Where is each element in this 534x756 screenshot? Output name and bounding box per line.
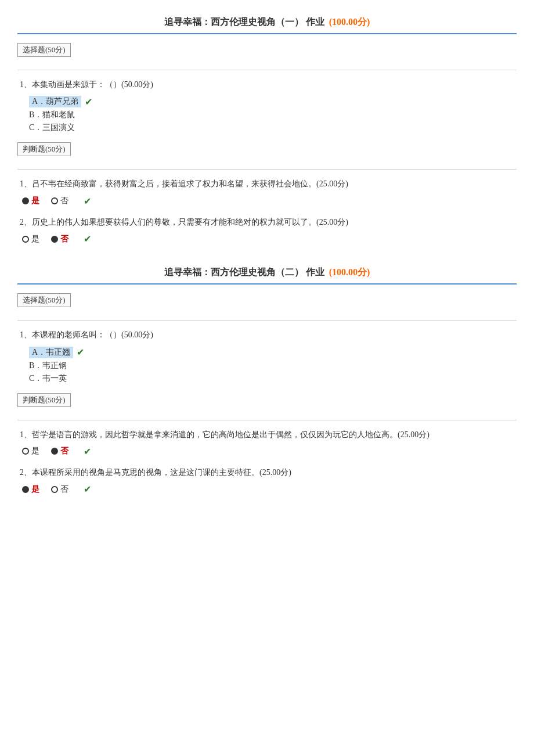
section-header: 判断题(50分) — [17, 142, 71, 156]
answer-text: 是 — [31, 485, 39, 494]
options-list: A．韦正翘✔B．韦正钢C．韦一英 — [20, 347, 517, 384]
question-text: 1、哲学是语言的游戏，因此哲学就是拿来消遣的，它的高尚地位是出于偶然，仅仅因为玩… — [20, 429, 517, 441]
question-text: 1、本课程的老师名叫：（）(50.00分) — [20, 329, 517, 341]
option-item: B．韦正钢 — [29, 361, 517, 371]
assignment-title: 追寻幸福：西方伦理史视角（二） 作业 (100.00分) — [17, 262, 517, 285]
assignment-block: 追寻幸福：西方伦理史视角（二） 作业 (100.00分)选择题(50分)1、本课… — [17, 262, 517, 495]
question-block: 1、本集动画是来源于：（）(50.00分)A．葫芦兄弟✔B．猫和老鼠C．三国演义 — [17, 78, 517, 133]
correct-checkmark-icon: ✔ — [84, 196, 91, 207]
section-header: 判断题(50分) — [17, 393, 71, 407]
correct-option-label: A．葫芦兄弟 — [29, 96, 81, 107]
option-item: B．猫和老鼠 — [29, 110, 517, 120]
radio-filled-icon — [51, 448, 58, 455]
correct-checkmark-icon: ✔ — [85, 96, 92, 107]
assignment-block: 追寻幸福：西方伦理史视角（一） 作业 (100.00分)选择题(50分)1、本集… — [17, 12, 517, 244]
no-label: 否 — [60, 446, 68, 456]
option-item: C．韦一英 — [29, 373, 517, 384]
yes-option: 是 — [22, 234, 39, 244]
assignment-title: 追寻幸福：西方伦理史视角（一） 作业 (100.00分) — [17, 12, 517, 34]
correct-checkmark-icon: ✔ — [84, 446, 91, 457]
question-block: 2、本课程所采用的视角是马克思的视角，这是这门课的主要特征。(25.00分)是否… — [17, 466, 517, 495]
radio-filled-icon — [22, 197, 29, 204]
section-divider — [17, 169, 517, 170]
section-divider — [17, 320, 517, 321]
correct-checkmark-icon: ✔ — [84, 484, 91, 495]
option-label: B．猫和老鼠 — [29, 110, 75, 120]
correct-option-label: A．韦正翘 — [29, 347, 73, 358]
question-block: 1、哲学是语言的游戏，因此哲学就是拿来消遣的，它的高尚地位是出于偶然，仅仅因为玩… — [17, 429, 517, 457]
no-label: 否 — [60, 234, 68, 244]
true-false-options: 是否✔ — [20, 233, 517, 244]
question-block: 1、本课程的老师名叫：（）(50.00分)A．韦正翘✔B．韦正钢C．韦一英 — [17, 329, 517, 383]
section-divider — [17, 420, 517, 420]
radio-empty-icon — [51, 486, 58, 493]
no-label: 否 — [60, 484, 68, 495]
question-text: 1、本集动画是来源于：（）(50.00分) — [20, 78, 517, 91]
answer-text: 否 — [60, 235, 68, 243]
answer-text: 否 — [60, 447, 68, 455]
options-list: A．葫芦兄弟✔B．猫和老鼠C．三国演义 — [20, 96, 517, 133]
section-header: 选择题(50分) — [17, 293, 71, 307]
no-option: 否 — [51, 196, 68, 206]
question-block: 2、历史上的伟人如果想要获得人们的尊敬，只需要有才能和绝对的权力就可以了。(25… — [17, 216, 517, 244]
answer-text: 是 — [31, 196, 39, 205]
true-false-options: 是否✔ — [20, 484, 517, 495]
option-label: C．三国演义 — [29, 123, 75, 133]
question-block: 1、吕不韦在经商致富，获得财富之后，接着追求了权力和名望，来获得社会地位。(25… — [17, 178, 517, 206]
correct-checkmark-icon: ✔ — [77, 347, 84, 358]
yes-option: 是 — [22, 484, 39, 495]
section-divider — [17, 70, 517, 70]
assignment-score: (100.00分) — [329, 267, 370, 277]
assignment-score: (100.00分) — [329, 17, 370, 27]
option-item: C．三国演义 — [29, 123, 517, 133]
option-item: A．葫芦兄弟✔ — [29, 96, 517, 107]
yes-label: 是 — [31, 234, 39, 244]
question-text: 2、历史上的伟人如果想要获得人们的尊敬，只需要有才能和绝对的权力就可以了。(25… — [20, 216, 517, 229]
yes-label: 是 — [31, 446, 39, 456]
question-text: 1、吕不韦在经商致富，获得财富之后，接着追求了权力和名望，来获得社会地位。(25… — [20, 178, 517, 190]
yes-label: 是 — [31, 484, 39, 495]
yes-option: 是 — [22, 446, 39, 456]
no-option: 否 — [51, 234, 68, 244]
radio-empty-icon — [51, 197, 58, 204]
radio-filled-icon — [51, 236, 58, 243]
section-header: 选择题(50分) — [17, 43, 71, 57]
no-option: 否 — [51, 446, 68, 456]
option-label: C．韦一英 — [29, 373, 67, 384]
option-label: B．韦正钢 — [29, 361, 67, 371]
true-false-options: 是否✔ — [20, 446, 517, 457]
no-option: 否 — [51, 484, 68, 495]
radio-filled-icon — [22, 486, 29, 493]
yes-label: 是 — [31, 196, 39, 206]
correct-checkmark-icon: ✔ — [84, 233, 91, 244]
radio-empty-icon — [22, 448, 29, 455]
question-text: 2、本课程所采用的视角是马克思的视角，这是这门课的主要特征。(25.00分) — [20, 466, 517, 479]
option-item: A．韦正翘✔ — [29, 347, 517, 358]
yes-option: 是 — [22, 196, 39, 206]
true-false-options: 是否✔ — [20, 196, 517, 207]
radio-empty-icon — [22, 236, 29, 243]
no-label: 否 — [60, 196, 68, 206]
